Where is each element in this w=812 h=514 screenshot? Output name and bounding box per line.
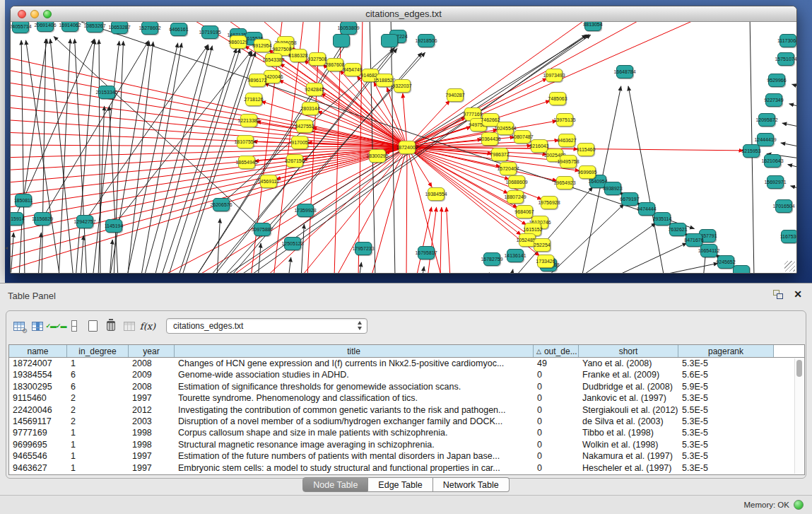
table-row[interactable]: 1830029562008Estimation of significance … (9, 381, 804, 392)
graph-node[interactable]: 16543382 (265, 53, 282, 66)
graph-node[interactable]: 9115460 (577, 143, 594, 156)
graph-node[interactable]: 17957233 (355, 242, 372, 255)
graph-node[interactable]: 10245544 (497, 122, 514, 135)
graph-node[interactable]: 8215953 (743, 144, 760, 158)
graph-node[interactable]: 9227349 (765, 93, 782, 107)
new-document-icon[interactable] (84, 317, 101, 334)
column-header-pagerank[interactable]: pagerank (678, 345, 774, 357)
column-header-out_de[interactable]: △out_de... (534, 345, 579, 357)
graph-node[interactable]: 6466161 (170, 23, 187, 36)
graph-node[interactable]: 8267150 (286, 154, 303, 168)
graph-node[interactable]: 18807249 (507, 190, 524, 204)
graph-node[interactable]: 15720407 (500, 162, 517, 175)
import-table-disabled-icon[interactable] (121, 317, 138, 334)
graph-node[interactable]: 3915914 (11, 212, 23, 226)
memory-status-indicator[interactable] (794, 500, 804, 510)
graph-node[interactable]: 12444419 (757, 133, 774, 146)
graph-node[interactable]: 13975135 (556, 113, 573, 127)
graph-node[interactable]: 12213383 (240, 114, 257, 127)
graph-node[interactable]: 10807487 (514, 130, 531, 144)
graph-node[interactable]: 7986372 (491, 148, 508, 161)
graph-node[interactable]: 9463627 (558, 134, 575, 147)
graph-node[interactable]: 30975887 (254, 223, 271, 236)
graph-node[interactable]: 9699695 (579, 165, 596, 179)
graph-node[interactable]: 19495758 (560, 155, 577, 168)
table-row[interactable]: 2242004622012Investigating the contribut… (9, 404, 804, 416)
graph-node[interactable]: 10853267 (86, 22, 103, 33)
graph-node[interactable]: 12505123 (284, 237, 301, 250)
table-row[interactable]: 1872400712008Changes of HCN gene express… (9, 358, 804, 369)
graph-node[interactable]: 9327508 (309, 52, 326, 66)
graph-node[interactable]: 24055714 (12, 22, 29, 33)
graph-node[interactable]: 7485063 (549, 92, 566, 105)
graph-node[interactable]: 14136141 (507, 249, 524, 262)
graph-node[interactable]: 14569117 (260, 175, 277, 188)
graph-node[interactable]: 20364436 (481, 132, 498, 146)
graph-node[interactable]: 9896172 (249, 74, 266, 87)
graph-node[interactable]: 15751074 (777, 52, 794, 66)
graph-node[interactable]: 12095872 (758, 113, 775, 127)
graph-node[interactable]: 17016504 (775, 199, 792, 213)
float-panel-icon[interactable] (773, 290, 784, 300)
window-resize-grip[interactable] (784, 261, 795, 271)
graph-node[interactable]: 8471676 (686, 233, 702, 247)
column-header-short[interactable]: short (579, 345, 678, 357)
graph-node[interactable]: 9529966 (768, 74, 785, 87)
graph-node[interactable]: 11156829 (34, 212, 51, 226)
column-header-in_degree[interactable]: in_degree (67, 345, 129, 357)
function-builder-icon[interactable]: f(x) (139, 317, 156, 334)
graph-node[interactable]: 2803144 (302, 102, 319, 115)
graph-node[interactable]: 917005 (291, 136, 308, 149)
graph-node[interactable]: 16053809 (340, 22, 357, 35)
network-file-select[interactable]: citations_edges.txt (166, 318, 367, 334)
graph-node[interactable]: 20153346 (98, 86, 115, 99)
graph-node[interactable]: 9245652 (717, 255, 734, 269)
graph-node[interactable]: 9242845 (306, 83, 323, 96)
graph-node[interactable]: 10719195 (201, 25, 218, 39)
graph-node[interactable]: 10654112 (700, 244, 717, 257)
close-panel-icon[interactable]: ✕ (794, 288, 802, 300)
table-row[interactable]: 977716911998Corpus callosum shape and si… (9, 427, 804, 438)
graph-node[interactable]: 17359928 (297, 204, 314, 217)
graph-node[interactable]: 9322037 (394, 79, 411, 93)
graph-node[interactable]: 252254 (534, 238, 551, 252)
graph-node[interactable]: 9684067 (516, 205, 533, 218)
graph-node[interactable]: 16210643 (764, 154, 781, 168)
graph-node[interactable]: 16782759 (483, 252, 500, 266)
tab-node-table[interactable]: Node Table (302, 477, 368, 492)
graph-node[interactable]: 8216043 (531, 139, 548, 153)
graph-node[interactable]: 16914062 (61, 22, 78, 32)
table-row[interactable]: 946362711997Embryonic stem cells: a mode… (9, 462, 804, 474)
graph-node[interactable]: 11173064 (779, 34, 796, 47)
graph-node[interactable]: 9860129 (230, 35, 247, 49)
graph-node[interactable]: 8938923 (604, 182, 621, 195)
graph-node[interactable]: 6679197 (621, 192, 638, 206)
show-columns-icon[interactable] (29, 317, 46, 334)
panel-collapse-arrow-icon[interactable]: ◂ (5, 245, 8, 251)
graph-node[interactable]: 26206576 (213, 198, 230, 211)
column-header-name[interactable]: name (9, 345, 67, 357)
graph-node[interactable]: 15692971 (767, 175, 784, 189)
graph-node[interactable]: 7940287 (447, 88, 464, 102)
graph-node[interactable]: 15278602 (141, 22, 158, 35)
graph-node[interactable]: 18300295 (369, 149, 386, 163)
graph-node[interactable] (381, 34, 398, 47)
graph-node[interactable]: 20691406 (37, 22, 54, 32)
network-canvas[interactable]: 2405571420691406169140621085326710653287… (11, 22, 796, 273)
table-row[interactable]: 969969511998Structural magnetic resonanc… (9, 439, 804, 450)
table-row[interactable]: 911546021997Tourette syndrome. Phenomeno… (9, 392, 804, 404)
graph-node[interactable]: 2718126 (245, 93, 262, 106)
graph-node[interactable]: 18654945 (238, 156, 255, 169)
graph-node[interactable]: 10973493 (546, 69, 563, 82)
window-titlebar[interactable]: citations_edges.txt (11, 6, 796, 22)
graph-node[interactable]: 12942757 (76, 215, 93, 228)
graph-node[interactable]: 19218506 (418, 34, 435, 47)
graph-node[interactable]: 1733426 (537, 255, 554, 268)
graph-node[interactable]: 9474444 (638, 202, 655, 216)
graph-node[interactable]: 8454749 (344, 63, 361, 76)
delete-table-icon[interactable] (102, 317, 119, 334)
network-view-window[interactable]: citations_edges.txt 24055714206914061691… (10, 6, 797, 274)
column-header-year[interactable]: year (129, 345, 175, 357)
graph-node[interactable]: 19756928 (541, 196, 558, 209)
graph-node[interactable]: 1167530 (781, 230, 796, 243)
